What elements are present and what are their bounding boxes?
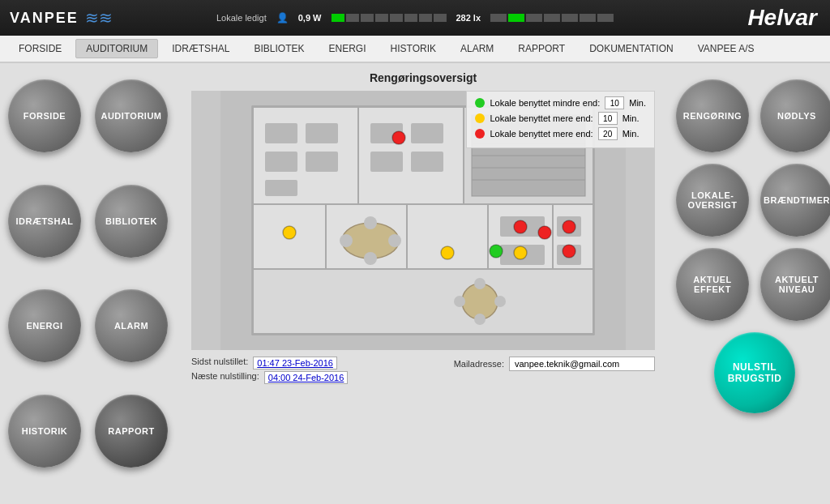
svg-point-24 [364, 252, 377, 265]
nav-rapport[interactable]: RAPPORT [507, 39, 575, 58]
btn-auditorium[interactable]: AUDITORIUM [95, 79, 168, 152]
svg-rect-10 [253, 269, 593, 334]
svg-rect-14 [306, 123, 338, 143]
left-panel: FORSIDE AUDITORIUM IDRÆTSHAL BIBLIOTEK E… [0, 63, 178, 504]
green-dot [475, 98, 485, 108]
locale-label: Lokale ledigt [216, 13, 267, 23]
email-input[interactable] [509, 357, 655, 371]
lux-seg4 [544, 14, 560, 22]
center-panel: Rengøringsoversigt [178, 63, 668, 504]
btn-braendtimer[interactable]: BRÆNDTIMER [760, 164, 830, 237]
btn-bibliotek[interactable]: BIBLIOTEK [95, 185, 168, 258]
reset-value-2: 04:00 24-Feb-2016 [264, 371, 349, 384]
svg-point-28 [474, 278, 486, 289]
watt-value: 0,9 W [298, 13, 322, 23]
reset-row-1: Sidst nulstillet: 01:47 23-Feb-2016 [191, 357, 348, 369]
nav-bibliotek[interactable]: BIBLIOTEK [243, 39, 314, 58]
header-center-info: Lokale ledigt 👤 0,9 W 282 lx [216, 12, 614, 23]
seg7 [418, 14, 431, 22]
reset-label-1: Sidst nulstillet: [191, 357, 248, 369]
red-dot [475, 129, 485, 139]
seg6 [404, 14, 417, 22]
legend-red-text: Lokale benyttet mere end: [490, 129, 593, 139]
btn-historik[interactable]: HISTORIK [8, 395, 81, 468]
nav-auditorium[interactable]: AUDITORIUM [75, 39, 158, 58]
logo-area: VANPEE ≋≋ [10, 8, 113, 28]
btn-alarm[interactable]: ALARM [95, 289, 168, 362]
svg-point-22 [388, 234, 401, 247]
main-content: FORSIDE AUDITORIUM IDRÆTSHAL BIBLIOTEK E… [0, 63, 830, 504]
lux-seg3 [526, 14, 542, 22]
legend-red: Lokale benyttet mere end: Min. [475, 127, 646, 140]
lux-seg2 [508, 14, 524, 22]
btn-aktuelt-niveau[interactable]: AKTUELT NIVEAU [760, 248, 830, 321]
btn-energi[interactable]: ENERGI [8, 289, 81, 362]
reset-value-1: 01:47 23-Feb-2016 [253, 357, 337, 369]
btn-idraetshal[interactable]: IDRÆTSHAL [8, 185, 81, 258]
seg2 [345, 14, 358, 22]
svg-point-44 [441, 246, 454, 259]
svg-point-26 [454, 296, 465, 307]
btn-rengoring[interactable]: RENGØRING [676, 79, 749, 152]
rengoring-title: Rengøringsoversigt [191, 71, 655, 84]
nav-idraetshal[interactable]: IDRÆTSHAL [161, 39, 240, 58]
lux-seg6 [580, 14, 596, 22]
lux-seg1 [490, 14, 507, 22]
btn-aktuel-effekt[interactable]: AKTUEL EFFEKT [676, 248, 749, 321]
svg-rect-17 [411, 123, 443, 143]
email-label: Mailadresse: [454, 359, 504, 369]
btn-rapport[interactable]: RAPPORT [95, 395, 168, 468]
email-section: Mailadresse: [454, 357, 655, 371]
nav-dokumentation[interactable]: DOKUMENTATION [579, 39, 684, 58]
nav-historik[interactable]: HISTORIK [380, 39, 447, 58]
svg-point-41 [283, 226, 296, 239]
btn-lokaleoversigt[interactable]: LOKALE­OVERSIGT [676, 164, 749, 237]
legend-green-unit: Min. [629, 98, 646, 108]
nav-vanpee[interactable]: VANPEE A/S [687, 39, 765, 58]
svg-rect-11 [265, 123, 297, 143]
seg4 [374, 14, 387, 22]
navigation: FORSIDE AUDITORIUM IDRÆTSHAL BIBLIOTEK E… [0, 36, 830, 63]
teal-wrapper: NULSTIL BRUGSTID [714, 332, 795, 413]
bottom-info: Sidst nulstillet: 01:47 23-Feb-2016 Næst… [191, 357, 655, 386]
reset-label-2: Næste nulstilling: [191, 371, 259, 384]
svg-rect-13 [265, 180, 297, 196]
nav-forside[interactable]: FORSIDE [8, 39, 72, 58]
btn-forside[interactable]: FORSIDE [8, 79, 81, 152]
svg-point-47 [514, 246, 527, 259]
wave-icon: ≋≋ [85, 8, 113, 28]
legend-yellow-input[interactable] [598, 112, 618, 125]
seg5 [389, 14, 402, 22]
svg-rect-18 [370, 152, 403, 172]
reset-info: Sidst nulstillet: 01:47 23-Feb-2016 Næst… [191, 357, 348, 386]
svg-point-45 [490, 245, 503, 258]
legend-green-input[interactable] [605, 96, 624, 109]
svg-point-46 [538, 226, 551, 239]
nav-alarm[interactable]: ALARM [450, 39, 504, 58]
btn-nulstil[interactable]: NULSTIL BRUGSTID [714, 332, 795, 413]
floor-plan: Lokale benyttet mindre end: Min. Lokale … [191, 91, 655, 350]
seg8 [433, 14, 446, 22]
header: VANPEE ≋≋ Lokale ledigt 👤 0,9 W 282 lx [0, 0, 830, 36]
lux-seg7 [597, 14, 614, 22]
legend-red-input[interactable] [598, 127, 618, 140]
legend-yellow-text: Lokale benyttet mere end: [490, 113, 593, 123]
helvar-logo: Helvar [747, 5, 817, 31]
lux-seg5 [562, 14, 578, 22]
legend-red-unit: Min. [622, 129, 640, 139]
nav-energi[interactable]: ENERGI [319, 39, 377, 58]
yellow-dot [475, 113, 485, 123]
lux-bar [490, 14, 614, 22]
svg-point-48 [563, 245, 575, 258]
btn-nodlys[interactable]: NØDLYS [760, 79, 830, 152]
legend-yellow-unit: Min. [622, 113, 640, 123]
brand-name: VANPEE [10, 10, 79, 27]
right-panel: RENGØRING NØDLYS LOKALE­OVERSIGT BRÆNDTI… [668, 63, 830, 504]
svg-rect-12 [265, 152, 297, 172]
svg-point-43 [563, 220, 575, 233]
legend-green-text: Lokale benyttet mindre end: [490, 98, 600, 108]
svg-point-23 [364, 216, 377, 229]
svg-point-40 [392, 131, 405, 144]
legend-green: Lokale benyttet mindre end: Min. [475, 96, 646, 109]
svg-rect-15 [306, 152, 338, 172]
